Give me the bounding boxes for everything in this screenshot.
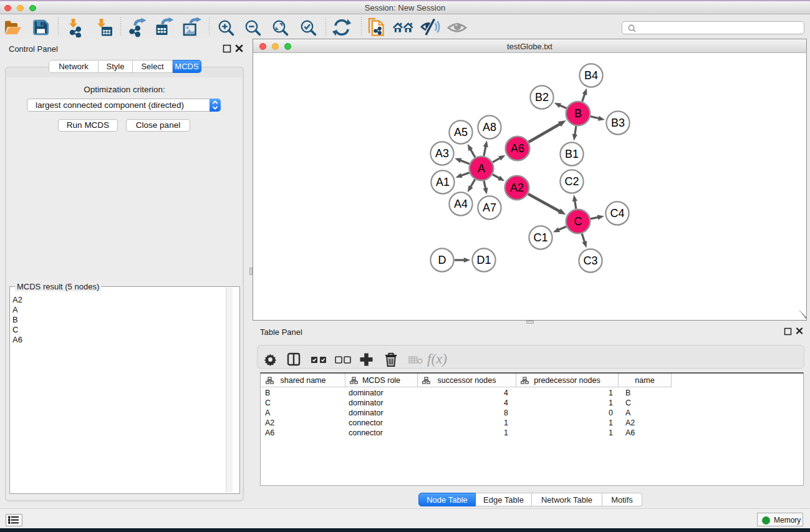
svg-text:A2: A2 — [510, 181, 524, 194]
svg-text:A7: A7 — [483, 201, 496, 214]
svg-text:C: C — [574, 215, 582, 228]
svg-text:C3: C3 — [583, 254, 597, 267]
svg-text:A4: A4 — [454, 198, 468, 210]
svg-text:A8: A8 — [483, 121, 496, 133]
svg-text:D1: D1 — [476, 254, 491, 266]
svg-text:B4: B4 — [584, 69, 598, 82]
svg-text:B2: B2 — [535, 91, 549, 104]
svg-text:B: B — [574, 107, 582, 120]
svg-text:B1: B1 — [565, 148, 579, 160]
svg-text:C4: C4 — [610, 207, 624, 220]
svg-text:A5: A5 — [454, 126, 468, 138]
svg-text:A3: A3 — [435, 147, 449, 160]
svg-text:A: A — [478, 162, 485, 175]
svg-text:B3: B3 — [611, 117, 625, 129]
svg-text:A1: A1 — [436, 176, 450, 188]
svg-text:D: D — [438, 254, 446, 266]
svg-text:C1: C1 — [533, 231, 547, 244]
svg-text:C2: C2 — [564, 175, 579, 188]
svg-text:A6: A6 — [511, 142, 524, 155]
